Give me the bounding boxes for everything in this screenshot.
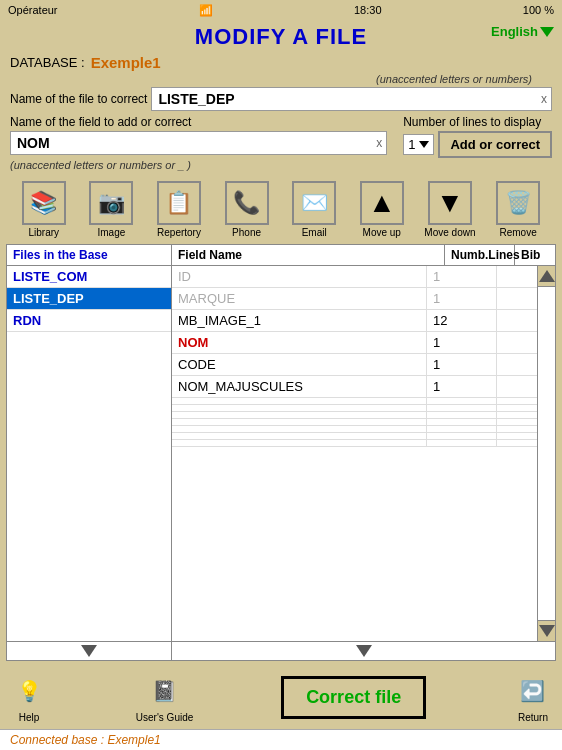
right-scroll-up-button[interactable] (538, 266, 555, 287)
list-item[interactable]: RDN (7, 310, 171, 332)
table-row (172, 419, 537, 426)
cell-bib (497, 288, 537, 309)
remove-icon: 🗑️ (496, 181, 540, 225)
toolbar-library[interactable]: 📚 Library (19, 181, 69, 238)
list-item[interactable]: LISTE_COM (7, 266, 171, 288)
connected-base-label: Connected base : (10, 733, 107, 747)
toolbar: 📚 Library 📷 Image 📋 Repertory 📞 Phone ✉️… (0, 175, 562, 240)
phone-icon: 📞 (225, 181, 269, 225)
table-header: Field Name Numb.Lines Bib (172, 245, 555, 266)
table-row[interactable]: NOM_MAJUSCULES 1 (172, 376, 537, 398)
field-name-input[interactable] (11, 132, 386, 154)
table-row[interactable]: MARQUE 1 (172, 288, 537, 310)
cell-fieldname: NOM (172, 332, 427, 353)
toolbar-remove[interactable]: 🗑️ Remove (493, 181, 543, 238)
table-row (172, 398, 537, 405)
right-panel: Field Name Numb.Lines Bib ID 1 MARQUE (172, 245, 555, 660)
table-row (172, 412, 537, 419)
table-row[interactable]: MB_IMAGE_1 12 (172, 310, 537, 332)
cell-fieldname: MARQUE (172, 288, 427, 309)
cell-numblines: 1 (427, 354, 497, 375)
list-item[interactable]: LISTE_DEP (7, 288, 171, 310)
field-label: Name of the field to add or correct (10, 115, 387, 129)
toolbar-move-down[interactable]: ▼ Move down (424, 181, 475, 238)
toolbar-phone-label: Phone (232, 227, 261, 238)
field-clear-button[interactable]: x (376, 136, 382, 150)
lines-section: Number of lines to display 1 Add or corr… (403, 115, 552, 158)
toolbar-email-label: Email (302, 227, 327, 238)
col-header-numblines: Numb.Lines (445, 245, 515, 265)
language-button[interactable]: English (491, 24, 554, 39)
left-panel: Files in the Base LISTE_COM LISTE_DEP RD… (7, 245, 172, 660)
toolbar-email[interactable]: ✉️ Email (289, 181, 339, 238)
toolbar-move-down-label: Move down (424, 227, 475, 238)
image-icon: 📷 (89, 181, 133, 225)
file-name-section: (unaccented letters or numbers) Name of … (0, 73, 562, 111)
cell-bib (497, 310, 537, 331)
battery-label: 100 % (523, 4, 554, 16)
database-row: DATABASE : Exemple1 (0, 52, 562, 73)
toolbar-move-up[interactable]: ▲ Move up (357, 181, 407, 238)
users-guide-button[interactable]: 📓 User's Guide (136, 672, 194, 723)
scroll-down-bottom-icon[interactable] (356, 645, 372, 657)
table-row[interactable]: NOM 1 (172, 332, 537, 354)
cell-numblines: 1 (427, 376, 497, 397)
toolbar-move-up-label: Move up (363, 227, 401, 238)
library-icon: 📚 (22, 181, 66, 225)
cell-fieldname: CODE (172, 354, 427, 375)
main-content: Files in the Base LISTE_COM LISTE_DEP RD… (6, 244, 556, 661)
field-section: Name of the field to add or correct x Nu… (0, 111, 562, 175)
table-row (172, 440, 537, 447)
table-row (172, 433, 537, 440)
table-row (172, 405, 537, 412)
add-correct-button[interactable]: Add or correct (438, 131, 552, 158)
help-label: Help (19, 712, 40, 723)
col-header-fieldname: Field Name (172, 245, 445, 265)
file-name-clear-button[interactable]: x (541, 92, 547, 106)
return-button[interactable]: ↩️ Return (514, 672, 552, 723)
table-row (172, 426, 537, 433)
move-down-icon: ▼ (428, 181, 472, 225)
toolbar-repertory-label: Repertory (157, 227, 201, 238)
table-scroll-bottom[interactable] (172, 641, 555, 660)
time-label: 18:30 (354, 4, 382, 16)
return-icon: ↩️ (514, 672, 552, 710)
carrier-label: Opérateur (8, 4, 58, 16)
scroll-down-icon[interactable] (539, 625, 555, 637)
file-name-input[interactable] (152, 88, 551, 110)
help-icon: 💡 (10, 672, 48, 710)
users-guide-icon: 📓 (146, 672, 184, 710)
users-guide-label: User's Guide (136, 712, 194, 723)
lines-value: 1 (408, 137, 415, 152)
left-scroll-down[interactable] (7, 641, 171, 660)
correct-file-button[interactable]: Correct file (281, 676, 426, 719)
toolbar-library-label: Library (29, 227, 60, 238)
toolbar-remove-label: Remove (499, 227, 536, 238)
cell-fieldname: MB_IMAGE_1 (172, 310, 427, 331)
language-label: English (491, 24, 538, 39)
file-name-input-wrap: x (151, 87, 552, 111)
right-scrollbar (537, 266, 555, 641)
cell-fieldname: ID (172, 266, 427, 287)
return-label: Return (518, 712, 548, 723)
bottom-bar: 💡 Help 📓 User's Guide Correct file ↩️ Re… (0, 665, 562, 729)
toolbar-image[interactable]: 📷 Image (86, 181, 136, 238)
table-row[interactable]: CODE 1 (172, 354, 537, 376)
cell-bib (497, 354, 537, 375)
right-scroll-down-button[interactable] (538, 620, 555, 641)
cell-bib (497, 376, 537, 397)
scroll-down-icon[interactable] (81, 645, 97, 657)
right-table: ID 1 MARQUE 1 MB_IMAGE_1 12 (172, 266, 537, 641)
cell-numblines: 12 (427, 310, 497, 331)
toolbar-phone[interactable]: 📞 Phone (222, 181, 272, 238)
table-row[interactable]: ID 1 (172, 266, 537, 288)
help-button[interactable]: 💡 Help (10, 672, 48, 723)
files-list: LISTE_COM LISTE_DEP RDN (7, 266, 171, 641)
repertory-icon: 📋 (157, 181, 201, 225)
lines-select[interactable]: 1 (403, 134, 434, 155)
database-value: Exemple1 (91, 54, 161, 71)
header: MODIFY A FILE English (0, 20, 562, 52)
field-hint: (unaccented letters or numbers or _ ) (10, 159, 552, 171)
toolbar-repertory[interactable]: 📋 Repertory (154, 181, 204, 238)
scroll-up-icon[interactable] (539, 270, 555, 282)
